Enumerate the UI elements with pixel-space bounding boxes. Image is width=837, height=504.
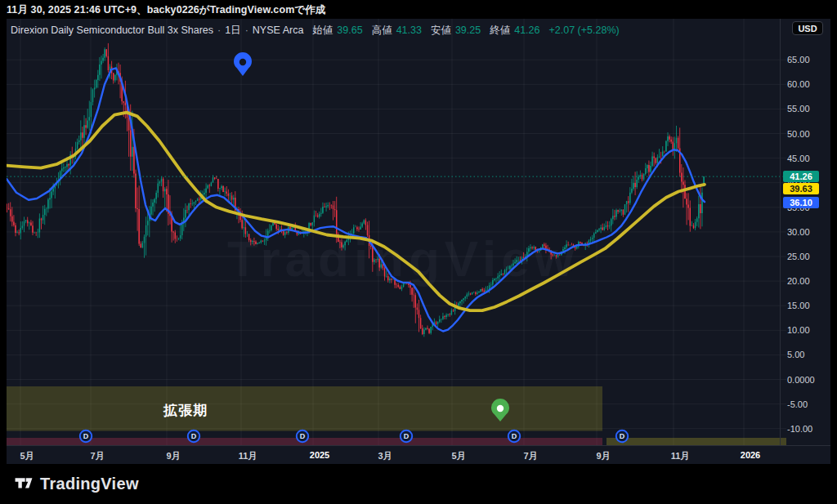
dividend-letter: D [620,432,625,440]
dividend-marker[interactable]: D [616,430,628,442]
time-tick-label: 9月 [596,450,610,462]
expansion-period-label: 拡張期 [163,401,208,420]
dividend-marker[interactable]: D [188,430,199,442]
time-tick-label: 11月 [671,450,690,462]
dividend-letter: D [404,432,410,440]
time-axis[interactable]: 5月7月9月11月20253月5月7月9月11月2026 [7,445,830,465]
price-tick-label: 20.00 [787,276,810,286]
high-value: 41.33 [396,25,422,36]
time-tick-label: 2026 [741,450,760,460]
price-tick-label: 65.00 [787,55,810,65]
pin-blue-map-pin-icon[interactable] [234,52,252,76]
high-label: 高値 [372,24,392,38]
close-value: 41.26 [514,25,539,36]
footer: TradingView [0,464,837,504]
price-badge: 36.10 [783,197,819,208]
price-tick-label: 0.0000 [787,375,815,385]
price-tick-label: 45.00 [787,154,810,163]
candle-bodies-up [16,49,704,334]
price-tick-label: 55.00 [787,104,810,114]
symbol-title[interactable]: Direxion Daily Semiconductor Bull 3x Sha… [11,25,213,36]
open-value: 39.65 [337,25,362,36]
dividend-marker[interactable]: D [80,430,92,442]
symbol-header: Direxion Daily Semiconductor Bull 3x Sha… [11,24,620,37]
low-value: 39.25 [455,25,481,36]
time-tick-label: 5月 [451,450,465,462]
price-badge: 41.26 [783,171,819,182]
low-label: 安値 [431,24,451,38]
separator-dot: · [217,25,221,36]
grid [7,19,786,445]
dividend-letter: D [191,432,197,440]
interval-label[interactable]: 1日 [225,24,240,38]
dividend-marker[interactable]: D [297,430,308,442]
price-tick-label: -5.00 [787,399,808,409]
price-badge: 39.63 [783,183,819,194]
price-tick-label: 30.00 [787,227,810,237]
time-tick-label: 9月 [166,450,180,462]
separator-dot: · [245,25,248,36]
ma-fast-line[interactable] [7,68,705,331]
price-tick-label: 10.00 [787,325,810,335]
price-axis[interactable]: 65.0060.0055.0050.0045.0040.0035.0030.00… [780,19,825,445]
dividend-letter: D [300,432,306,440]
dividend-marker[interactable]: D [508,430,520,442]
price-tick-label: 25.00 [787,252,810,261]
dividend-letter: D [512,432,517,440]
price-tick-label: -10.00 [787,424,812,434]
time-tick-label: 2025 [310,450,329,460]
time-tick-label: 5月 [20,450,34,462]
tradingview-brand[interactable]: TradingView [40,475,139,493]
expansion-band[interactable] [606,438,787,445]
time-tick-label: 7月 [90,450,104,462]
time-tick-label: 11月 [239,450,257,462]
screenshot-root: 11月 30, 2025 21:46 UTC+9、backy0226がTradi… [0,0,837,504]
close-label: 終値 [490,24,510,38]
dividend-marker[interactable]: D [401,430,412,442]
change-value: +2.07 (+5.28%) [548,25,619,36]
price-tick-label: 50.00 [787,129,810,139]
dividend-letter: D [83,432,89,440]
expansion-period-box[interactable] [7,386,602,431]
time-tick-label: 3月 [378,450,392,462]
chart-pane[interactable]: DDDDDD [7,19,787,445]
time-tick-label: 7月 [523,450,537,462]
open-label: 始値 [312,24,333,38]
price-tick-label: 5.00 [787,350,804,359]
price-chart[interactable]: DDDDDD [0,0,837,504]
exchange-label: NYSE Arca [253,25,304,36]
tradingview-logo-icon[interactable] [15,475,33,493]
price-tick-label: 15.00 [787,301,810,310]
price-tick-label: 60.00 [787,79,810,89]
